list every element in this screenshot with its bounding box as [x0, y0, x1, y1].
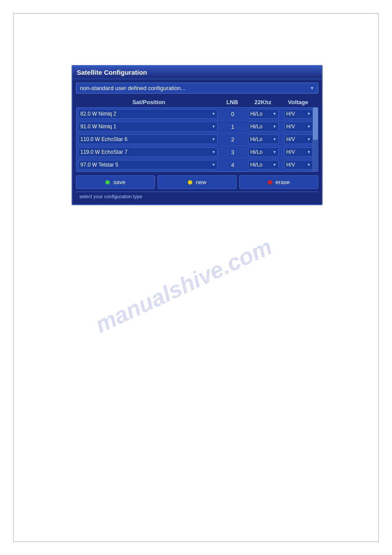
new-button[interactable]: new [158, 175, 237, 189]
erase-label: erase [276, 179, 290, 185]
khz22-dropdown-4[interactable]: Hi/Lo ▼ [248, 160, 279, 170]
dialog-titlebar: Satellite Configuration [72, 66, 322, 79]
sat-arrow-icon-1: ▼ [212, 124, 216, 129]
khz22-dropdown-1[interactable]: Hi/Lo ▼ [248, 122, 279, 131]
header-22khz: 22Khz [245, 99, 281, 105]
khz22-dropdown-2[interactable]: Hi/Lo ▼ [248, 134, 279, 144]
voltage-value-4: H/V [286, 162, 295, 168]
sat-name-0: 82.0 W Nimiq 2 [80, 111, 116, 117]
voltage-dropdown-4[interactable]: H/V ▼ [284, 160, 313, 170]
voltage-dropdown-1[interactable]: H/V ▼ [284, 122, 313, 131]
sat-name-1: 91.0 W Nimiq 1 [80, 123, 116, 130]
save-dot-icon [105, 180, 110, 185]
button-row: save new erase [76, 175, 318, 189]
voltage-arrow-icon-0: ▼ [307, 112, 311, 116]
khz22-value-0: Hi/Lo [250, 111, 263, 117]
voltage-arrow-icon-3: ▼ [307, 150, 311, 154]
table-row: 97.0 W Telstar 5 ▼ 4 Hi/Lo ▼ H/V ▼ [76, 159, 318, 171]
sat-dropdown-1[interactable]: 91.0 W Nimiq 1 ▼ [78, 122, 218, 131]
sat-dropdown-4[interactable]: 97.0 W Telstar 5 ▼ [78, 160, 218, 170]
khz22-dropdown-3[interactable]: Hi/Lo ▼ [248, 147, 279, 157]
khz22-value-4: Hi/Lo [250, 162, 263, 168]
table-header: Sat/Position LNB 22Khz Voltage [76, 97, 318, 107]
header-lnb: LNB [219, 99, 245, 105]
lnb-value-4: 4 [219, 162, 246, 168]
lnb-value-2: 2 [219, 136, 246, 143]
header-sat-position: Sat/Position [79, 99, 219, 105]
header-voltage: Voltage [281, 99, 316, 105]
status-text: select your configuration type [79, 194, 142, 199]
sat-dropdown-0[interactable]: 82.0 W Nimiq 2 ▼ [78, 109, 218, 119]
voltage-dropdown-0[interactable]: H/V ▼ [284, 109, 313, 119]
khz22-value-3: Hi/Lo [250, 149, 263, 155]
khz22-value-1: Hi/Lo [250, 123, 263, 130]
table-row: 119.0 W EchoStar 7 ▼ 3 Hi/Lo ▼ H/V ▼ [76, 146, 318, 159]
voltage-arrow-icon-1: ▼ [307, 124, 311, 129]
status-bar: select your configuration type [76, 192, 318, 201]
save-label: save [113, 179, 125, 185]
sat-name-2: 110.0 W EchoStar 6 [80, 136, 127, 142]
erase-dot-icon [268, 180, 272, 185]
sat-arrow-icon-4: ▼ [212, 163, 216, 167]
voltage-value-3: H/V [286, 149, 295, 155]
voltage-value-2: H/V [286, 136, 295, 142]
voltage-arrow-icon-4: ▼ [307, 163, 311, 167]
sat-arrow-icon-0: ▼ [212, 112, 216, 116]
table-scrollbar[interactable] [313, 108, 318, 171]
voltage-arrow-icon-2: ▼ [307, 137, 311, 141]
sat-arrow-icon-3: ▼ [212, 150, 216, 154]
config-dropdown-row: non-standard user defined configuration.… [76, 83, 318, 94]
dialog-body: non-standard user defined configuration.… [72, 79, 322, 204]
voltage-dropdown-2[interactable]: H/V ▼ [284, 134, 313, 144]
khz22-value-2: Hi/Lo [250, 136, 263, 142]
config-dropdown-arrow-icon: ▼ [310, 86, 314, 91]
voltage-dropdown-3[interactable]: H/V ▼ [284, 147, 313, 157]
config-dropdown[interactable]: non-standard user defined configuration.… [76, 83, 318, 94]
lnb-value-3: 3 [219, 149, 246, 156]
table-row: 110.0 W EchoStar 6 ▼ 2 Hi/Lo ▼ H/V ▼ [76, 133, 318, 146]
satellite-configuration-dialog: Satellite Configuration non-standard use… [72, 65, 323, 205]
sat-dropdown-2[interactable]: 110.0 W EchoStar 6 ▼ [78, 134, 218, 144]
erase-button[interactable]: erase [239, 175, 318, 189]
sat-arrow-icon-2: ▼ [212, 137, 216, 141]
khz22-dropdown-0[interactable]: Hi/Lo ▼ [248, 109, 279, 119]
sat-name-3: 119.0 W EchoStar 7 [80, 149, 127, 155]
new-dot-icon [188, 180, 192, 185]
table-row: 82.0 W Nimiq 2 ▼ 0 Hi/Lo ▼ H/V ▼ [76, 108, 318, 120]
lnb-value-0: 0 [219, 111, 246, 117]
khz22-arrow-icon-4: ▼ [273, 163, 277, 167]
voltage-value-0: H/V [286, 111, 295, 117]
config-dropdown-value: non-standard user defined configuration.… [80, 85, 186, 91]
khz22-arrow-icon-0: ▼ [273, 112, 277, 116]
satellite-table: 82.0 W Nimiq 2 ▼ 0 Hi/Lo ▼ H/V ▼ [76, 107, 318, 172]
lnb-value-1: 1 [219, 123, 246, 130]
scrollbar-thumb [313, 108, 318, 140]
khz22-arrow-icon-1: ▼ [273, 124, 277, 129]
sat-name-4: 97.0 W Telstar 5 [80, 162, 118, 168]
khz22-arrow-icon-2: ▼ [273, 137, 277, 141]
voltage-value-1: H/V [286, 123, 295, 130]
dialog-title: Satellite Configuration [77, 69, 147, 76]
save-button[interactable]: save [76, 175, 155, 189]
table-row: 91.0 W Nimiq 1 ▼ 1 Hi/Lo ▼ H/V ▼ [76, 120, 318, 133]
sat-dropdown-3[interactable]: 119.0 W EchoStar 7 ▼ [78, 147, 218, 157]
khz22-arrow-icon-3: ▼ [273, 150, 277, 154]
new-label: new [196, 179, 206, 185]
